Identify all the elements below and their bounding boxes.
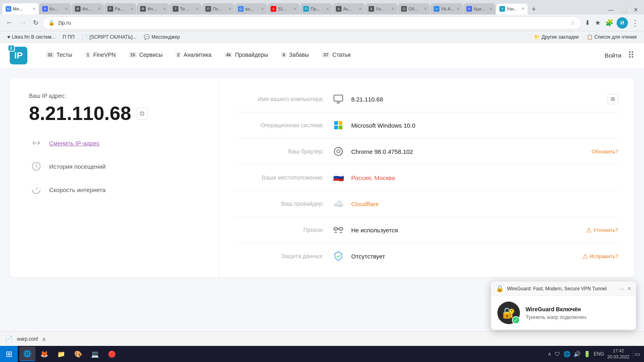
tab-close[interactable]: × <box>294 6 296 12</box>
start-button[interactable]: ⊞ <box>0 346 18 362</box>
ip-address-row: 8.21.110.68 ⧉ <box>29 102 199 124</box>
taskbar-item-chrome[interactable]: 🌐 <box>19 347 35 361</box>
protection-fix-link[interactable]: Исправить? <box>590 253 618 259</box>
tab[interactable]: Р Ра... × <box>104 3 137 14</box>
speed-action[interactable]: Скорость интернета <box>29 182 199 197</box>
show-desktop-btn[interactable]: ▭ <box>633 351 640 357</box>
tab-close[interactable]: × <box>359 6 362 12</box>
tab-close[interactable]: × <box>228 6 231 12</box>
notification-more-btn[interactable]: ··· <box>619 285 624 292</box>
taskbar-item-app6[interactable]: 🔴 <box>104 347 120 361</box>
tab[interactable]: К Кри... × <box>463 3 495 14</box>
tab[interactable]: Т Те... × <box>170 3 202 14</box>
site-login-btn[interactable]: Войти <box>605 52 621 59</box>
tab[interactable]: П По... × <box>202 3 234 14</box>
tab[interactable]: Х Хо... × <box>365 3 398 14</box>
tab[interactable]: П Пр... × <box>300 3 332 14</box>
provider-label: Ваш провайдер: <box>235 201 324 207</box>
reading-list[interactable]: 📋 Список для чтения <box>584 33 640 41</box>
tab-close[interactable]: × <box>489 6 492 12</box>
download-chevron-btn[interactable]: ∧ <box>42 336 46 342</box>
tab[interactable]: А Ак... × <box>333 3 365 14</box>
location-value[interactable]: Россия, Москва <box>351 174 618 181</box>
minimize-button[interactable]: — <box>606 6 616 14</box>
nav-item-analytics[interactable]: 2 Аналитика <box>169 43 218 68</box>
other-bookmarks[interactable]: 📁 Другие закладки <box>531 33 582 41</box>
tab[interactable]: S S1... × <box>267 3 300 14</box>
os-value: Microsoft Windows 10.0 <box>351 122 618 129</box>
maximize-button[interactable]: ⬜ <box>618 6 630 14</box>
back-button[interactable]: ← <box>3 17 15 29</box>
tab-close[interactable]: × <box>163 6 166 12</box>
forward-button[interactable]: → <box>17 17 29 29</box>
tab[interactable]: M Ме... × <box>2 3 39 14</box>
taskbar-item-terminal[interactable]: 💻 <box>87 347 103 361</box>
tab-close[interactable]: × <box>130 6 133 12</box>
logo-badge: 2 <box>8 45 15 52</box>
bookmark-messenger[interactable]: 💬 Мессенджер <box>141 33 183 41</box>
tab-close[interactable]: × <box>65 6 68 12</box>
tab-close[interactable]: × <box>424 6 427 12</box>
copy-computer-button[interactable]: ⧉ <box>607 94 618 104</box>
site-menu-btn[interactable]: ⠿ <box>628 50 634 61</box>
bookmark-likes[interactable]: ♥ Likes.fm В систем... <box>4 33 58 41</box>
tab[interactable]: К Ко... × <box>39 3 71 14</box>
close-button[interactable]: ✕ <box>631 6 641 14</box>
left-panel: Ваш IP адрес: 8.21.110.68 ⧉ Смени <box>10 78 219 277</box>
nav-item-services[interactable]: 15 Сервисы <box>122 43 169 68</box>
tab[interactable]: О Об... × <box>398 3 430 14</box>
notification-close-btn[interactable]: × <box>627 285 631 292</box>
nav-item-articles[interactable]: 37 Статьи <box>315 43 357 68</box>
bookmark-pp[interactable]: П ПП <box>59 33 78 41</box>
bookmark-star[interactable]: ☆ <box>570 19 576 27</box>
tab-close[interactable]: × <box>391 6 394 12</box>
taskbar-item-explorer[interactable]: 📁 <box>53 347 69 361</box>
taskbar-item-app4[interactable]: 🎨 <box>70 347 86 361</box>
tab[interactable]: Ф Фо... × <box>137 3 169 14</box>
tray-lang[interactable]: ENG <box>594 351 604 357</box>
copy-ip-button[interactable]: ⧉ <box>136 108 148 120</box>
extension-puzzle[interactable]: 🧩 <box>604 17 615 28</box>
tray-volume-icon[interactable]: 🔊 <box>574 351 580 357</box>
bookmark-script[interactable]: 📄 [SCRIPT СКАЧАТЬ]... <box>79 33 140 41</box>
tab[interactable]: Ф Фо... × <box>72 3 104 14</box>
nav-item-tests[interactable]: 32 Тесты <box>39 43 79 68</box>
bookmark-list-button[interactable]: ★ <box>593 17 602 28</box>
info-row-proxy: Прокси: Не используется ⚠ Уточнить? <box>235 217 618 243</box>
more-options[interactable]: ⋮ <box>630 17 641 29</box>
site-logo[interactable]: 2 IP <box>10 47 27 64</box>
tray-network-icon[interactable]: 🌐 <box>563 351 570 357</box>
change-ip-link[interactable]: Сменить IP-адрес <box>49 140 99 147</box>
tab[interactable]: V Vk-А... × <box>431 3 463 14</box>
download-bar: 📄 warp.conf ∧ <box>0 331 644 346</box>
tab-close[interactable]: × <box>196 6 199 12</box>
tray-chevron-icon[interactable]: ∧ <box>548 351 551 357</box>
nav-item-providers[interactable]: 4k Провайдеры <box>218 43 275 68</box>
nav-item-finevpn[interactable]: 1 FineVPN <box>79 43 122 68</box>
history-action[interactable]: История посещений <box>29 159 199 174</box>
tray-battery-icon[interactable]: 🔋 <box>584 351 590 357</box>
download-button[interactable]: ⬇ <box>583 17 592 28</box>
tab-close[interactable]: × <box>326 6 329 12</box>
tab-close[interactable]: × <box>522 6 524 12</box>
address-bar[interactable]: 🔒 2ip.ru ☆ <box>42 17 582 29</box>
profile-avatar[interactable]: И <box>617 17 628 29</box>
tray-clock[interactable]: 17:42 20.03.2022 <box>607 348 630 360</box>
proxy-clarify-link[interactable]: Уточнить? <box>593 227 618 233</box>
change-ip-action[interactable]: Сменить IP-адрес <box>29 136 199 150</box>
provider-value[interactable]: Cloudflare <box>351 201 618 207</box>
notification-title: WireGuard Включён <box>526 306 588 312</box>
tab-close[interactable]: × <box>261 6 264 12</box>
bookmark-icon: П <box>62 34 66 40</box>
tab-close[interactable]: × <box>33 6 35 12</box>
tab[interactable]: G ва... × <box>235 3 267 14</box>
nav-item-fun[interactable]: 6 Забавы <box>275 43 315 68</box>
taskbar-item-firefox[interactable]: 🦊 <box>36 347 52 361</box>
new-tab-button[interactable]: + <box>528 5 539 14</box>
reload-button[interactable]: ↻ <box>31 17 41 28</box>
tab-close[interactable]: × <box>457 6 460 12</box>
tab-close[interactable]: × <box>98 6 101 12</box>
tray-wireguard-icon[interactable]: 🛡 <box>555 351 560 357</box>
tab-active[interactable]: У Узн... × <box>496 3 528 14</box>
update-link[interactable]: Обновить? <box>592 149 618 155</box>
